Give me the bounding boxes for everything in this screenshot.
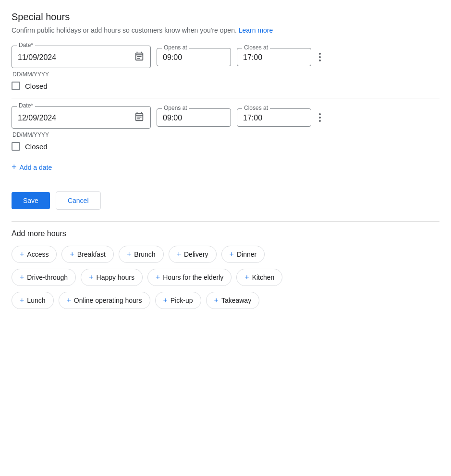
chip-lunch[interactable]: +Lunch (12, 292, 54, 309)
opens-value-2: 09:00 (163, 114, 225, 122)
learn-more-link[interactable]: Learn more (239, 26, 273, 34)
chip-access[interactable]: +Access (12, 246, 57, 263)
opens-at-field-1[interactable]: Opens at 09:00 (157, 48, 231, 66)
chip-brunch[interactable]: +Brunch (119, 246, 164, 263)
date-hint-1: DD/MM/YYYY (12, 71, 439, 78)
chip-plus-icon: + (89, 273, 93, 282)
closed-checkbox-2[interactable] (12, 142, 20, 151)
chips-row-3: +Lunch+Online operating hours+Pick-up+Ta… (12, 292, 439, 309)
opens-at-field-2[interactable]: Opens at 09:00 (157, 108, 231, 127)
chip-kitchen[interactable]: +Kitchen (236, 269, 282, 286)
date-hint-2: DD/MM/YYYY (12, 131, 439, 138)
entries-container: Date* 11/09/2024 Opens at 09:00 Closes a… (12, 46, 439, 151)
divider-bottom (12, 221, 439, 222)
chip-label: Drive-through (27, 274, 68, 281)
chip-plus-icon: + (214, 296, 219, 305)
chips-row-1: +Access+Breakfast+Brunch+Delivery+Dinner (12, 246, 439, 263)
actions-row: Save Cancel (12, 191, 439, 210)
date-label-2: Date* (17, 102, 35, 109)
closes-value-2: 17:00 (243, 114, 305, 122)
cancel-button[interactable]: Cancel (56, 191, 101, 210)
chip-plus-icon: + (244, 273, 249, 282)
opens-value-1: 09:00 (163, 53, 225, 62)
add-date-plus-icon: + (12, 162, 17, 172)
page-subtitle: Confirm public holidays or add hours so … (12, 26, 439, 34)
save-button[interactable]: Save (12, 192, 50, 209)
add-more-title: Add more hours (12, 229, 439, 238)
closed-row-2: Closed (12, 142, 439, 151)
chip-label: Breakfast (77, 250, 106, 258)
chip-happy-hours[interactable]: +Happy hours (81, 269, 143, 286)
chip-plus-icon: + (67, 296, 71, 305)
chip-delivery[interactable]: +Delivery (169, 246, 217, 263)
fields-row-2: Date* 12/09/2024 Opens at 09:00 Closes a… (12, 106, 439, 129)
date-field-2[interactable]: Date* 12/09/2024 (12, 106, 151, 129)
chip-label: Hours for the elderly (163, 274, 223, 281)
opens-label-2: Opens at (162, 105, 189, 111)
add-date-label: Add a date (20, 164, 52, 171)
date-label-1: Date* (17, 42, 35, 48)
chip-plus-icon: + (20, 250, 24, 259)
chip-takeaway[interactable]: +Takeaway (206, 292, 260, 309)
opens-label-1: Opens at (162, 44, 189, 51)
more-options-button-2[interactable] (317, 109, 323, 126)
chip-label: Kitchen (252, 274, 275, 281)
chip-dinner[interactable]: +Dinner (221, 246, 265, 263)
closed-checkbox-1[interactable] (12, 82, 20, 90)
chip-label: Brunch (134, 250, 155, 258)
date-value-2: 12/09/2024 (18, 111, 145, 124)
closes-at-field-2[interactable]: Closes at 17:00 (237, 108, 311, 127)
chip-plus-icon: + (177, 250, 181, 259)
closed-label-2: Closed (25, 143, 48, 151)
chip-pick-up[interactable]: +Pick-up (155, 292, 201, 309)
page-title: Special hours (12, 12, 439, 23)
closed-label-1: Closed (25, 82, 48, 90)
chip-label: Online operating hours (74, 297, 142, 304)
chip-label: Takeaway (221, 297, 251, 304)
chip-plus-icon: + (230, 250, 234, 259)
date-entry-2: Date* 12/09/2024 Opens at 09:00 Closes a… (12, 106, 439, 151)
closed-row-1: Closed (12, 82, 439, 90)
chip-label: Lunch (27, 297, 45, 304)
date-field-1[interactable]: Date* 11/09/2024 (12, 46, 151, 68)
closes-value-1: 17:00 (243, 53, 305, 62)
calendar-icon-2 (134, 111, 145, 124)
date-entry-1: Date* 11/09/2024 Opens at 09:00 Closes a… (12, 46, 439, 98)
chip-hours-for-the-elderly[interactable]: +Hours for the elderly (147, 269, 232, 286)
chip-plus-icon: + (163, 296, 168, 305)
chip-plus-icon: + (20, 273, 24, 282)
chips-container: +Access+Breakfast+Brunch+Delivery+Dinner… (12, 246, 439, 309)
chip-label: Pick-up (171, 297, 193, 304)
chips-row-2: +Drive-through+Happy hours+Hours for the… (12, 269, 439, 286)
chip-label: Delivery (184, 250, 208, 258)
chip-plus-icon: + (156, 273, 160, 282)
chip-breakfast[interactable]: +Breakfast (61, 246, 113, 263)
chip-plus-icon: + (70, 250, 74, 259)
chip-online-operating-hours[interactable]: +Online operating hours (59, 292, 150, 309)
date-value-1: 11/09/2024 (18, 51, 145, 64)
calendar-icon-1 (134, 51, 145, 64)
chip-drive-through[interactable]: +Drive-through (12, 269, 76, 286)
add-date-button[interactable]: + Add a date (12, 158, 52, 176)
closes-label-1: Closes at (242, 44, 270, 51)
closes-at-field-1[interactable]: Closes at 17:00 (237, 48, 311, 66)
divider-1 (12, 98, 439, 98)
fields-row-1: Date* 11/09/2024 Opens at 09:00 Closes a… (12, 46, 439, 68)
chip-plus-icon: + (20, 296, 24, 305)
chip-label: Dinner (237, 250, 256, 258)
chip-label: Happy hours (97, 274, 134, 281)
more-options-button-1[interactable] (317, 49, 323, 65)
chip-plus-icon: + (127, 250, 131, 259)
closes-label-2: Closes at (242, 105, 270, 111)
chip-label: Access (27, 250, 49, 258)
